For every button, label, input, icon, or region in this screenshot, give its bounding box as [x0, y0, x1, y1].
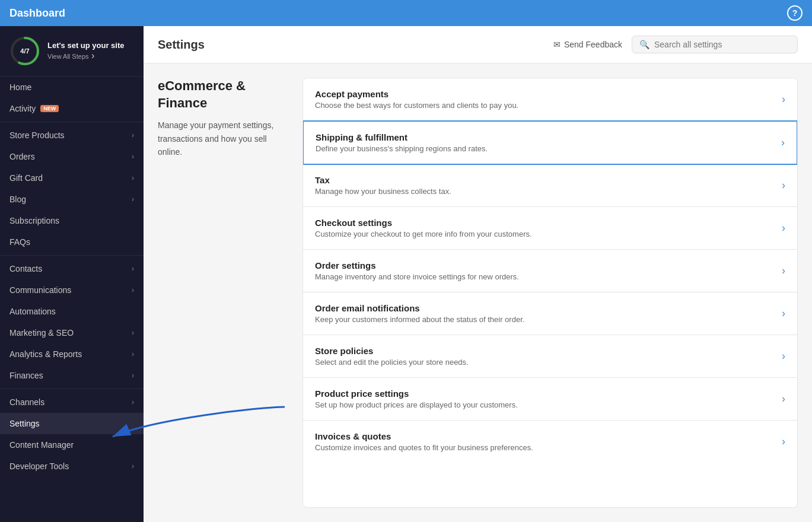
sidebar-item-finances[interactable]: Finances› — [0, 365, 144, 386]
sidebar-item-content-manager[interactable]: Content Manager — [0, 434, 144, 456]
chevron-icon-finances: › — [132, 371, 134, 380]
sidebar-item-settings[interactable]: Settings — [0, 413, 144, 434]
progress-title: Let's set up your site — [47, 41, 125, 51]
settings-item-desc-checkout-settings: Customize your checkout to get more info… — [315, 230, 532, 238]
chevron-icon-analytics-reports: › — [132, 350, 134, 358]
sidebar-item-label-home: Home — [9, 82, 31, 92]
settings-item-title-order-settings: Order settings — [315, 260, 519, 270]
search-input[interactable] — [654, 40, 790, 49]
progress-info: Let's set up your site View All Steps › — [47, 41, 125, 62]
header-right: ✉ Send Feedback 🔍 — [553, 36, 798, 53]
sidebar-item-activity[interactable]: ActivityNEW — [0, 98, 144, 119]
settings-item-desc-tax: Manage how your business collects tax. — [315, 187, 451, 196]
page-title: Settings — [158, 38, 205, 52]
content-header: Settings ✉ Send Feedback 🔍 — [144, 26, 812, 63]
sidebar: 4/7 Let's set up your site View All Step… — [0, 26, 144, 522]
settings-item-chevron-order-email-notifications: › — [782, 307, 785, 320]
main-layout: 4/7 Let's set up your site View All Step… — [0, 26, 812, 522]
feedback-icon: ✉ — [553, 40, 561, 49]
settings-item-chevron-invoices-quotes: › — [782, 435, 785, 448]
settings-item-title-tax: Tax — [315, 175, 451, 185]
progress-fraction: 4/7 — [20, 47, 29, 55]
sidebar-item-blog[interactable]: Blog› — [0, 189, 144, 210]
settings-item-content-checkout-settings: Checkout settingsCustomize your checkout… — [315, 218, 532, 238]
sidebar-item-developer-tools[interactable]: Developer Tools› — [0, 456, 144, 477]
settings-item-order-email-notifications[interactable]: Order email notificationsKeep your custo… — [303, 292, 797, 335]
sidebar-item-label-faqs: FAQs — [9, 237, 30, 247]
settings-item-order-settings[interactable]: Order settingsManage inventory and store… — [303, 250, 797, 292]
view-all-steps-link[interactable]: View All Steps — [47, 53, 89, 60]
sidebar-item-home[interactable]: Home — [0, 77, 144, 98]
chevron-icon-marketing-seo: › — [132, 329, 134, 337]
send-feedback-label: Send Feedback — [564, 40, 622, 49]
settings-item-desc-product-price-settings: Set up how product prices are displayed … — [315, 400, 518, 409]
settings-item-content-shipping-fulfillment: Shipping & fulfillmentDefine your busine… — [316, 132, 488, 153]
sidebar-item-automations[interactable]: Automations — [0, 301, 144, 322]
settings-item-chevron-shipping-fulfillment: › — [781, 136, 785, 149]
search-icon: 🔍 — [639, 40, 649, 49]
settings-item-accept-payments[interactable]: Accept paymentsChoose the best ways for … — [303, 78, 797, 121]
settings-item-content-tax: TaxManage how your business collects tax… — [315, 175, 451, 196]
sidebar-item-marketing-seo[interactable]: Marketing & SEO› — [0, 322, 144, 343]
sidebar-item-channels[interactable]: Channels› — [0, 392, 144, 413]
settings-item-title-shipping-fulfillment: Shipping & fulfillment — [316, 132, 488, 142]
settings-item-store-policies[interactable]: Store policiesSelect and edit the polici… — [303, 335, 797, 378]
settings-item-content-order-settings: Order settingsManage inventory and store… — [315, 260, 519, 281]
sidebar-item-label-gift-card: Gift Card — [9, 173, 43, 183]
sidebar-item-label-settings: Settings — [9, 419, 40, 428]
topbar-title: Dashboard — [9, 7, 65, 20]
settings-item-desc-shipping-fulfillment: Define your business's shipping regions … — [316, 144, 488, 153]
section-description: Manage your payment settings, transactio… — [158, 119, 288, 158]
sidebar-item-subscriptions[interactable]: Subscriptions — [0, 210, 144, 231]
topbar: Dashboard ? — [0, 0, 812, 26]
content-area: Settings ✉ Send Feedback 🔍 eCommerce & F… — [144, 26, 812, 522]
chevron-icon-contacts: › — [132, 265, 134, 273]
progress-circle: 4/7 — [9, 36, 40, 66]
help-button[interactable]: ? — [787, 5, 803, 21]
chevron-icon-store-products: › — [132, 131, 134, 139]
sidebar-item-label-developer-tools: Developer Tools — [9, 461, 69, 471]
sidebar-item-communications[interactable]: Communications› — [0, 279, 144, 301]
sidebar-item-label-communications: Communications — [9, 285, 71, 295]
sidebar-item-label-blog: Blog — [9, 195, 26, 204]
settings-item-content-accept-payments: Accept paymentsChoose the best ways for … — [315, 89, 518, 110]
settings-item-tax[interactable]: TaxManage how your business collects tax… — [303, 164, 797, 207]
sidebar-item-store-products[interactable]: Store Products› — [0, 125, 144, 146]
sidebar-badge-activity: NEW — [40, 105, 59, 112]
sidebar-item-contacts[interactable]: Contacts› — [0, 258, 144, 279]
chevron-icon-channels: › — [132, 398, 134, 406]
settings-item-title-invoices-quotes: Invoices & quotes — [315, 431, 533, 441]
settings-item-content-store-policies: Store policiesSelect and edit the polici… — [315, 346, 469, 367]
settings-list: Accept paymentsChoose the best ways for … — [302, 78, 798, 508]
settings-item-product-price-settings[interactable]: Product price settingsSet up how product… — [303, 378, 797, 421]
sidebar-item-gift-card[interactable]: Gift Card› — [0, 167, 144, 189]
sidebar-item-analytics-reports[interactable]: Analytics & Reports› — [0, 343, 144, 365]
settings-item-content-order-email-notifications: Order email notificationsKeep your custo… — [315, 303, 524, 324]
send-feedback-button[interactable]: ✉ Send Feedback — [553, 40, 622, 49]
settings-item-title-checkout-settings: Checkout settings — [315, 218, 532, 228]
sidebar-item-label-store-products: Store Products — [9, 130, 65, 140]
settings-item-desc-order-email-notifications: Keep your customers informed about the s… — [315, 315, 524, 324]
chevron-icon-gift-card: › — [132, 174, 134, 182]
settings-item-title-accept-payments: Accept payments — [315, 89, 518, 99]
progress-widget: 4/7 Let's set up your site View All Step… — [0, 26, 144, 77]
settings-item-content-product-price-settings: Product price settingsSet up how product… — [315, 389, 518, 409]
settings-item-chevron-tax: › — [782, 179, 785, 192]
settings-item-desc-invoices-quotes: Customize invoices and quotes to fit you… — [315, 443, 533, 452]
settings-item-chevron-product-price-settings: › — [782, 393, 785, 405]
settings-item-chevron-order-settings: › — [782, 265, 785, 277]
settings-item-title-product-price-settings: Product price settings — [315, 389, 518, 399]
settings-item-title-order-email-notifications: Order email notifications — [315, 303, 524, 313]
sidebar-item-label-analytics-reports: Analytics & Reports — [9, 349, 82, 359]
section-info: eCommerce & Finance Manage your payment … — [158, 78, 288, 508]
settings-item-shipping-fulfillment[interactable]: Shipping & fulfillmentDefine your busine… — [302, 120, 798, 165]
settings-item-desc-order-settings: Manage inventory and store invoice setti… — [315, 272, 519, 281]
nav-items: HomeActivityNEWStore Products›Orders›Gif… — [0, 77, 144, 477]
settings-item-checkout-settings[interactable]: Checkout settingsCustomize your checkout… — [303, 207, 797, 250]
sidebar-item-faqs[interactable]: FAQs — [0, 231, 144, 253]
settings-item-invoices-quotes[interactable]: Invoices & quotesCustomize invoices and … — [303, 421, 797, 463]
sidebar-item-label-content-manager: Content Manager — [9, 440, 74, 450]
sidebar-item-orders[interactable]: Orders› — [0, 146, 144, 167]
settings-item-chevron-accept-payments: › — [782, 93, 785, 106]
settings-item-chevron-store-policies: › — [782, 350, 785, 362]
